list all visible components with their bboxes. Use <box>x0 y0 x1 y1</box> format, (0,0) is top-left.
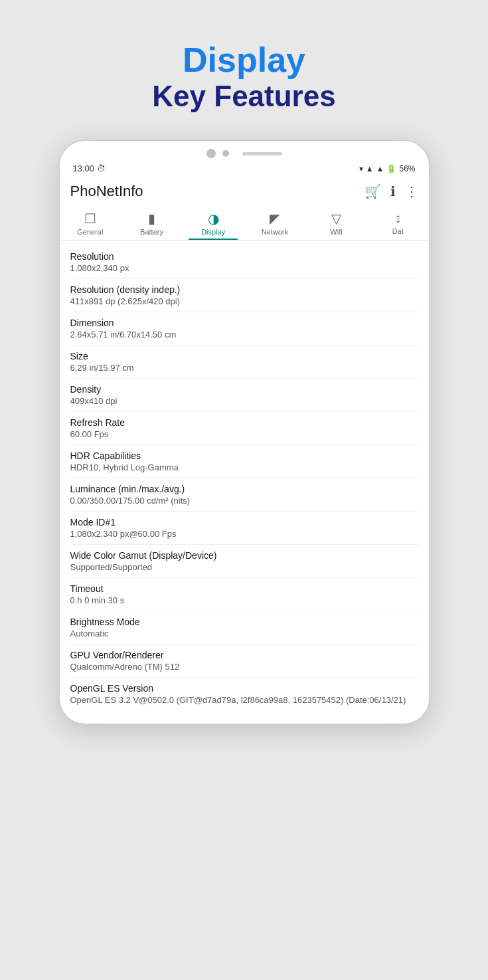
signal2-icon: ▲ <box>376 164 384 173</box>
info-row: Luminance (min./max./avg.)0.00/350.00/17… <box>70 478 418 512</box>
info-row: HDR CapabilitiesHDR10, Hybrid Log-Gamma <box>70 445 418 478</box>
page-header: Display Key Features <box>152 40 335 113</box>
app-action-icons: 🛒 ℹ ⋮ <box>365 183 418 199</box>
speaker-bar <box>242 152 282 155</box>
header-display: Display <box>152 40 335 80</box>
info-row: Wide Color Gamut (Display/Device)Support… <box>70 545 418 578</box>
status-bar: 13:00 ⏱ ▾ ▲ ▲ 🔋 56% <box>60 162 429 176</box>
info-label: Size <box>70 351 418 361</box>
info-value: OpenGL ES 3.2 V@0502.0 (GIT@d7ad79a, l2f… <box>70 695 418 705</box>
app-bar: PhoNetInfo 🛒 ℹ ⋮ <box>60 176 429 205</box>
tab-battery[interactable]: ▮ Battery <box>121 205 183 240</box>
battery-tab-icon: ▮ <box>148 211 155 227</box>
tab-display[interactable]: ◑ Display <box>183 205 244 240</box>
info-value: 1,080x2,340 px@60.00 Fps <box>70 529 418 539</box>
info-value: 2.64x5.71 in/6.70x14.50 cm <box>70 330 418 340</box>
info-value: Supported/Supported <box>70 562 418 572</box>
info-row: Dimension2.64x5.71 in/6.70x14.50 cm <box>70 312 418 345</box>
info-value: 411x891 dp (2.625x/420 dpi) <box>70 296 418 306</box>
cart-button[interactable]: 🛒 <box>365 183 381 199</box>
battery-percent: 56% <box>399 164 415 173</box>
tab-network[interactable]: ◤ Network <box>244 205 306 240</box>
info-row: Timeout0 h 0 min 30 s <box>70 578 418 611</box>
battery-icon: 🔋 <box>386 164 396 173</box>
signal-icon: ▲ <box>366 164 374 173</box>
info-label: GPU Vendor/Renderer <box>70 650 418 660</box>
display-tab-icon: ◑ <box>208 211 219 227</box>
wifi-tab-icon: ▽ <box>331 211 341 227</box>
info-row: Resolution (density indep.)411x891 dp (2… <box>70 279 418 312</box>
tab-wifi[interactable]: ▽ Wifi <box>305 205 367 240</box>
tab-dat[interactable]: ↕ Dat <box>367 205 429 240</box>
speaker-dot <box>222 150 229 157</box>
info-value: 0 h 0 min 30 s <box>70 595 418 605</box>
display-tab-label: Display <box>201 228 225 236</box>
clock-icon: ⏱ <box>97 163 106 173</box>
battery-tab-label: Battery <box>140 228 163 236</box>
app-title: PhoNetInfo <box>70 183 143 200</box>
dat-tab-icon: ↕ <box>394 211 401 226</box>
status-right: ▾ ▲ ▲ 🔋 56% <box>359 164 416 173</box>
info-label: Density <box>70 384 418 395</box>
info-value: Qualcomm/Adreno (TM) 512 <box>70 662 418 672</box>
camera-dot <box>206 149 216 158</box>
network-tab-label: Network <box>262 228 288 236</box>
info-label: Wide Color Gamut (Display/Device) <box>70 550 418 561</box>
status-left: 13:00 ⏱ <box>73 163 106 173</box>
info-button[interactable]: ℹ <box>390 183 396 199</box>
info-label: Refresh Rate <box>70 417 418 428</box>
info-label: Resolution <box>70 251 418 262</box>
info-label: Timeout <box>70 583 418 594</box>
more-button[interactable]: ⋮ <box>405 183 418 199</box>
info-row: GPU Vendor/RendererQualcomm/Adreno (TM) … <box>70 644 418 678</box>
info-row: Density409x410 dpi <box>70 379 418 412</box>
info-value: HDR10, Hybrid Log-Gamma <box>70 462 418 472</box>
info-row: Mode ID#11,080x2,340 px@60.00 Fps <box>70 512 418 545</box>
info-value: 60.00 Fps <box>70 429 418 439</box>
info-label: Mode ID#1 <box>70 517 418 528</box>
info-label: Luminance (min./max./avg.) <box>70 484 418 494</box>
phone-top-bar <box>60 141 429 162</box>
dat-tab-label: Dat <box>392 227 404 235</box>
tab-general[interactable]: ☐ General <box>60 205 122 240</box>
content-area: Resolution1,080x2,340 pxResolution (dens… <box>60 241 429 724</box>
phone-mockup: 13:00 ⏱ ▾ ▲ ▲ 🔋 56% PhoNetInfo 🛒 ℹ ⋮ ☐ G… <box>58 140 430 725</box>
info-label: Dimension <box>70 318 418 328</box>
network-tab-icon: ◤ <box>270 211 280 227</box>
info-row: OpenGL ES VersionOpenGL ES 3.2 V@0502.0 … <box>70 678 418 710</box>
wifi-tab-label: Wifi <box>330 228 342 236</box>
info-row: Refresh Rate60.00 Fps <box>70 412 418 445</box>
info-row: Resolution1,080x2,340 px <box>70 246 418 279</box>
info-value: 1,080x2,340 px <box>70 263 418 273</box>
info-label: HDR Capabilities <box>70 450 418 461</box>
general-tab-icon: ☐ <box>84 211 96 227</box>
wifi-status-icon: ▾ <box>359 164 363 173</box>
info-label: Brightness Mode <box>70 617 418 627</box>
general-tab-label: General <box>77 228 103 236</box>
info-value: 0.00/350.00/175.00 cd/m² (nits) <box>70 496 418 506</box>
info-value: 6.29 in/15.97 cm <box>70 363 418 373</box>
info-label: OpenGL ES Version <box>70 683 418 694</box>
info-value: Automatic <box>70 629 418 638</box>
info-row: Size6.29 in/15.97 cm <box>70 345 418 379</box>
time-display: 13:00 <box>73 163 95 173</box>
info-value: 409x410 dpi <box>70 396 418 406</box>
info-row: Brightness ModeAutomatic <box>70 611 418 644</box>
info-label: Resolution (density indep.) <box>70 284 418 295</box>
tab-bar: ☐ General ▮ Battery ◑ Display ◤ Network … <box>60 205 429 241</box>
header-key-features: Key Features <box>152 80 335 113</box>
